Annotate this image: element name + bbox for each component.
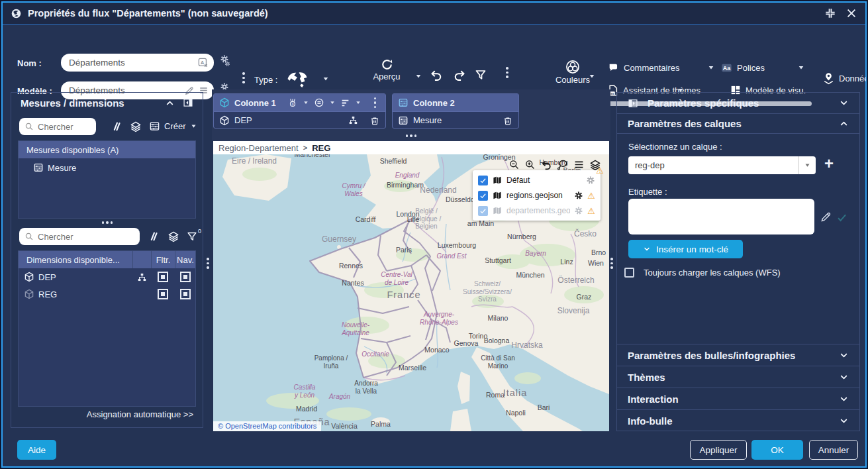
dimensions-search[interactable]	[19, 228, 140, 245]
sort-caret-icon[interactable]	[355, 99, 362, 106]
table-row[interactable]: DEP	[19, 268, 195, 286]
zoom-in-icon[interactable]	[524, 159, 536, 170]
legend-row[interactable]: departements.geojson ⚠	[478, 205, 595, 216]
layer-settings-icon[interactable]	[574, 191, 583, 200]
expand-panel-icon[interactable]	[628, 98, 638, 109]
section-bulles[interactable]: Paramètres des bulles/infographies	[617, 344, 859, 366]
map-canvas[interactable]: Eire / IrelandManchesterSheffieldEngland…	[213, 154, 609, 431]
wfs-checkbox[interactable]	[624, 268, 634, 278]
layer-settings-icon[interactable]	[574, 206, 583, 215]
aggregation-icon[interactable]	[314, 97, 324, 108]
nom-field[interactable]	[61, 54, 214, 72]
layers-group-icon[interactable]	[130, 121, 142, 132]
nav-checkbox[interactable]	[180, 289, 191, 299]
chevron-down-icon[interactable]	[839, 350, 849, 360]
hide-dimensions-icon[interactable]	[148, 231, 160, 242]
aide-button[interactable]: Aide	[17, 440, 56, 460]
undo-icon[interactable]	[540, 159, 552, 171]
creer-caret-icon[interactable]	[190, 123, 197, 130]
measure-item[interactable]: Mesure	[19, 158, 195, 173]
chevron-down-icon[interactable]	[839, 416, 849, 426]
add-layer-button[interactable]: +	[824, 154, 834, 173]
translate-icon[interactable]	[197, 57, 209, 68]
donnees-button[interactable]: Données	[822, 72, 866, 85]
insert-keyword-button[interactable]: Insérer un mot-clé	[628, 240, 743, 258]
ranking-icon[interactable]	[287, 97, 298, 108]
creer-button[interactable]: Créer	[149, 121, 197, 132]
redo-icon[interactable]	[453, 68, 467, 82]
apercu-caret-icon[interactable]	[414, 72, 422, 80]
measures-search[interactable]	[19, 118, 96, 135]
nav-checkbox[interactable]	[180, 272, 191, 282]
chevron-down-icon[interactable]	[839, 98, 849, 108]
fltr-checkbox[interactable]	[158, 272, 168, 282]
hide-measures-icon[interactable]	[111, 121, 122, 132]
appliquer-button[interactable]: Appliquer	[690, 440, 747, 460]
chevron-down-icon[interactable]	[839, 372, 849, 382]
auto-assign-link[interactable]: Assignation automatique >>	[87, 409, 193, 419]
couleurs-caret-icon[interactable]	[588, 72, 596, 80]
undo-icon[interactable]	[429, 68, 443, 82]
layer-checkbox[interactable]	[478, 206, 488, 216]
etiquette-textarea[interactable]	[628, 199, 814, 234]
collapse-panel-icon[interactable]	[183, 97, 193, 108]
polices-button[interactable]: Polices	[720, 62, 765, 74]
zoom-out-icon[interactable]	[508, 159, 520, 170]
aggregation-caret-icon[interactable]	[329, 99, 336, 106]
chevron-down-icon[interactable]	[839, 394, 849, 404]
specific-settings-header[interactable]: Paramètres spécifiques	[617, 93, 859, 113]
map-type-icon[interactable]	[283, 68, 311, 91]
validate-icon[interactable]	[836, 212, 847, 223]
filter-icon[interactable]	[474, 68, 487, 81]
nom-input[interactable]	[69, 58, 193, 68]
nom-gears-icon[interactable]	[220, 54, 230, 67]
trash-icon[interactable]	[369, 115, 380, 126]
measures-header-row[interactable]: Mesures disponibles (A)	[19, 141, 195, 158]
column-1-box[interactable]: Colonne 1 DEP	[213, 93, 386, 129]
column-2-box[interactable]: Colonne 2 Mesure	[392, 93, 519, 129]
layers-group-icon[interactable]	[168, 231, 179, 242]
collapse-section-icon[interactable]	[165, 98, 175, 108]
sort-icon[interactable]	[340, 98, 350, 108]
polices-caret-icon[interactable]	[797, 64, 805, 72]
calques-section-header[interactable]: Paramètres des calques	[617, 114, 859, 133]
compress-window-icon[interactable]	[824, 7, 836, 19]
dimensions-header-row[interactable]: Dimensions disponible... Fltr. Nav.	[19, 251, 195, 268]
section-infobulle[interactable]: Info-bulle	[617, 410, 859, 431]
column-options-icon[interactable]	[374, 97, 377, 109]
right-splitter-handle[interactable]	[610, 258, 613, 269]
close-icon[interactable]	[845, 7, 857, 19]
splitter-handle[interactable]	[404, 134, 418, 137]
lasso-select-icon[interactable]	[557, 159, 569, 171]
section-themes[interactable]: Thèmes	[617, 366, 859, 388]
layer-select[interactable]: reg-dep	[628, 156, 816, 174]
osm-attribution[interactable]: © OpenStreetMap contributors	[213, 421, 321, 431]
hierarchy-icon[interactable]	[348, 115, 358, 125]
more-options-icon[interactable]	[506, 67, 508, 78]
edit-etiquette-icon[interactable]	[820, 211, 832, 223]
commentaires-caret-icon[interactable]	[707, 64, 715, 72]
select-caret-icon[interactable]	[798, 156, 816, 174]
ok-button[interactable]: OK	[751, 440, 803, 460]
apercu-button[interactable]: Aperçu	[365, 58, 408, 81]
annuler-button[interactable]: Annuler	[809, 440, 858, 460]
section-interaction[interactable]: Interaction	[617, 388, 859, 409]
left-splitter-handle[interactable]	[207, 258, 209, 269]
type-caret-icon[interactable]	[322, 75, 330, 83]
table-row[interactable]: REG	[19, 286, 195, 303]
layer-settings-icon[interactable]	[586, 176, 595, 185]
wfs-checkbox-row[interactable]: Toujours charger les calques (WFS)	[624, 268, 781, 278]
ranking-caret-icon[interactable]	[303, 99, 309, 106]
trash-icon[interactable]	[503, 115, 513, 126]
menu-icon[interactable]	[573, 159, 585, 170]
splitter-handle[interactable]	[101, 221, 114, 224]
breadcrumb-root[interactable]: Region-Departement	[218, 143, 299, 153]
legend-row[interactable]: Défaut	[478, 175, 595, 185]
filter-dimensions-icon[interactable]	[186, 231, 198, 242]
layer-checkbox[interactable]	[478, 191, 488, 201]
layer-checkbox[interactable]	[478, 176, 488, 185]
fltr-checkbox[interactable]	[158, 289, 168, 299]
legend-row[interactable]: regions.geojson ⚠	[478, 190, 595, 201]
breadcrumb[interactable]: Region-Departement > REG	[213, 141, 609, 154]
chevron-up-icon[interactable]	[839, 119, 849, 129]
